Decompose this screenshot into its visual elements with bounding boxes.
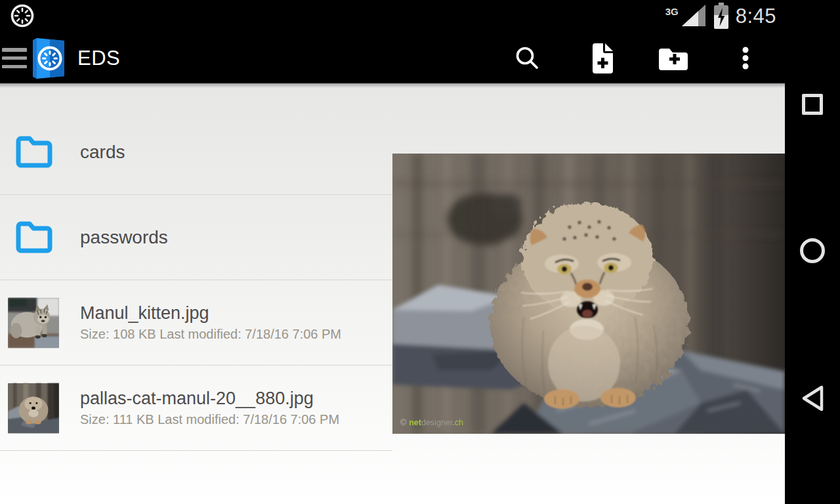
search-icon[interactable]: [514, 45, 540, 71]
new-file-icon[interactable]: [589, 43, 614, 74]
list-item-folder-cards[interactable]: cards: [0, 110, 392, 195]
eds-app-icon: [30, 37, 68, 79]
network-type-label: 3G: [665, 6, 679, 17]
battery-charging-icon: [713, 3, 730, 30]
menu-icon[interactable]: [2, 48, 27, 68]
file-thumbnail: [8, 383, 59, 434]
app-toolbar: EDS: [0, 33, 840, 83]
recents-icon[interactable]: [802, 94, 823, 115]
file-details: Size: 111 KB Last modified: 7/18/16 7:06…: [80, 410, 339, 429]
list-item-folder-passwords[interactable]: passwords: [0, 195, 392, 280]
file-name: pallas-cat-manul-20__880.jpg: [80, 387, 339, 410]
back-icon[interactable]: [801, 385, 824, 412]
folder-name: cards: [80, 142, 125, 163]
photo-watermark: ©netdesigner.ch: [400, 418, 463, 427]
folder-icon: [14, 220, 54, 255]
preview-photo-pallas-cat[interactable]: ©netdesigner.ch: [392, 154, 785, 434]
overflow-icon[interactable]: [742, 47, 749, 70]
list-item-file-manul-kitten[interactable]: Manul_kitten.jpg Size: 108 KB Last modif…: [0, 280, 392, 366]
screen: 3G 8:45: [0, 0, 840, 504]
new-folder-icon[interactable]: [659, 47, 688, 70]
home-icon[interactable]: [800, 238, 825, 263]
list-item-file-pallas-cat[interactable]: pallas-cat-manul-20__880.jpg Size: 111 K…: [0, 366, 392, 451]
file-list: cards passwords: [0, 83, 392, 504]
status-bar: 3G 8:45: [0, 0, 840, 33]
status-indicators: 3G 8:45: [665, 0, 776, 33]
signal-icon: 3G: [665, 3, 707, 30]
file-thumbnail: [8, 297, 59, 348]
signal-triangle-icon: [681, 4, 707, 28]
file-name: Manul_kitten.jpg: [80, 302, 341, 324]
file-details: Size: 108 KB Last modified: 7/18/16 7:06…: [80, 324, 341, 344]
list-top-padding: [0, 83, 392, 110]
page-title: EDS: [77, 47, 120, 70]
preview-pane: ©netdesigner.ch: [392, 83, 785, 504]
status-time: 8:45: [736, 5, 776, 28]
clock-icon: [9, 3, 35, 29]
android-nav-bar: [785, 0, 840, 504]
folder-icon: [14, 135, 54, 170]
folder-name: passwords: [80, 227, 168, 248]
content-area: cards passwords: [0, 83, 785, 504]
